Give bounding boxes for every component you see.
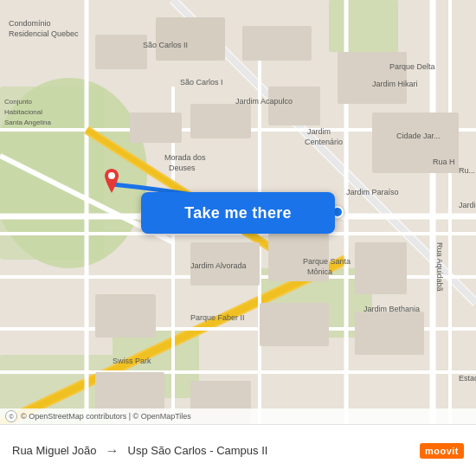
svg-rect-36 (355, 242, 407, 294)
svg-rect-31 (268, 87, 320, 125)
svg-rect-27 (156, 17, 225, 61)
svg-text:Ru...: Ru... (459, 166, 475, 175)
svg-text:São Carlos I: São Carlos I (180, 78, 223, 87)
svg-text:Parque Santa: Parque Santa (303, 257, 351, 266)
svg-text:Parque Delta: Parque Delta (389, 62, 435, 71)
svg-text:Rua H: Rua H (433, 158, 455, 166)
svg-text:Jardim: Jardim (307, 127, 331, 136)
bottom-bar: Rua Miguel João → Usp São Carlos - Campu… (0, 424, 476, 476)
svg-text:Deuses: Deuses (169, 164, 196, 172)
map-container: Condomínio Residencial Quebec São Carlos… (0, 0, 476, 424)
svg-rect-39 (355, 312, 424, 355)
take-me-there-label: Take me there (184, 204, 292, 222)
destination-label: Usp São Carlos - Campus II (128, 444, 268, 457)
origin-label: Rua Miguel João (12, 444, 97, 457)
take-me-there-button[interactable]: Take me there (141, 192, 335, 234)
moovit-brand: moovit (420, 443, 464, 459)
svg-text:Swiss Park: Swiss Park (113, 357, 151, 365)
svg-rect-28 (242, 26, 312, 61)
location-pin (101, 169, 122, 195)
svg-text:Condomínio: Condomínio (9, 19, 51, 28)
svg-text:Conjunto: Conjunto (4, 98, 33, 106)
arrow-icon: → (106, 443, 119, 459)
svg-rect-26 (95, 35, 147, 69)
svg-rect-3 (329, 0, 398, 52)
svg-rect-29 (130, 113, 182, 143)
svg-rect-38 (260, 303, 329, 346)
svg-text:Cidade Jar...: Cidade Jar... (396, 132, 441, 140)
svg-text:Jardim Bethania: Jardim Bethania (363, 305, 420, 313)
svg-text:Mônica: Mônica (307, 267, 332, 276)
svg-text:Centenário: Centenário (305, 138, 343, 146)
osm-logo: © (5, 410, 17, 422)
svg-rect-32 (338, 52, 407, 104)
svg-rect-30 (190, 104, 251, 138)
map-attribution: © © OpenStreetMap contributors | © OpenM… (0, 408, 476, 424)
svg-text:São Carlos II: São Carlos II (143, 41, 188, 49)
svg-text:Habitacional: Habitacional (4, 108, 42, 116)
svg-text:Jardim Lu...: Jardim Lu... (459, 201, 476, 209)
svg-text:Jardim Hikari: Jardim Hikari (372, 80, 418, 88)
svg-text:Santa Angelina: Santa Angelina (4, 119, 51, 126)
svg-text:Jardim Acapulco: Jardim Acapulco (235, 97, 293, 106)
attribution-text: © OpenStreetMap contributors | © OpenMap… (21, 412, 191, 421)
svg-text:Estação Cultu...: Estação Cultu... (459, 374, 476, 383)
svg-text:Jardim Paraíso: Jardim Paraíso (346, 188, 399, 196)
svg-point-70 (108, 172, 115, 179)
svg-text:Jardim Alvorada: Jardim Alvorada (190, 261, 247, 270)
svg-text:Rua Aquidabã: Rua Aquidabã (435, 242, 444, 292)
svg-rect-37 (95, 294, 156, 338)
svg-text:Morada dos: Morada dos (164, 153, 206, 162)
moovit-logo: moovit (420, 443, 464, 459)
svg-text:Residencial Quebec: Residencial Quebec (9, 29, 79, 38)
svg-text:Parque Faber II: Parque Faber II (190, 313, 245, 322)
